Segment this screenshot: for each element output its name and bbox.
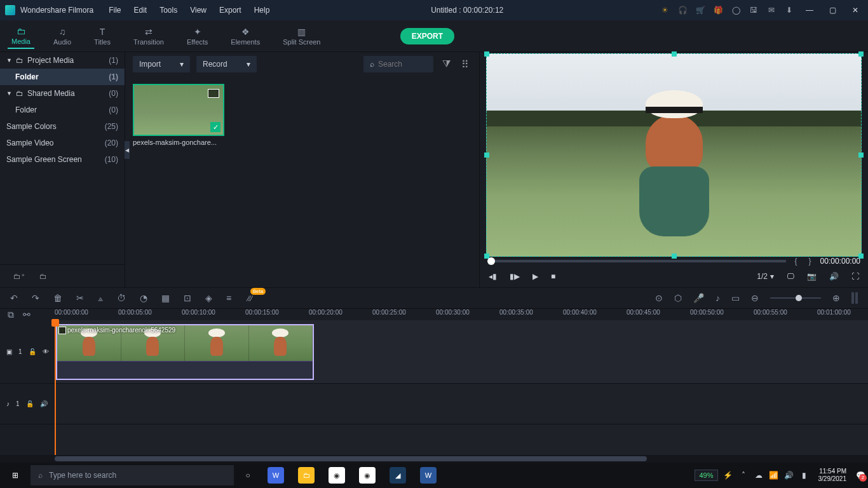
taskbar-app-chrome-2[interactable]: ◉ — [353, 465, 381, 485]
mark-out-icon[interactable]: } — [809, 257, 811, 266]
filter-icon[interactable]: ⧩ — [440, 58, 452, 71]
render-icon[interactable]: ⊙ — [655, 293, 663, 303]
scrub-track[interactable] — [487, 260, 786, 262]
cortana-icon[interactable]: ○ — [236, 465, 259, 485]
brightness-icon[interactable]: ☀ — [660, 5, 670, 15]
resize-handle[interactable] — [484, 51, 489, 57]
tab-split-screen[interactable]: ▥Split Screen — [279, 24, 324, 48]
link-icon[interactable]: ⚯ — [23, 309, 31, 320]
resize-handle[interactable] — [672, 51, 677, 57]
media-thumbnail[interactable]: ✓ pexels-maksim-gonchare... — [133, 84, 224, 146]
sidebar-sample-colors[interactable]: Sample Colors (25) — [0, 118, 125, 135]
mixer-icon[interactable]: ♪ — [715, 293, 720, 303]
power-icon[interactable]: ⚡ — [723, 470, 733, 480]
taskbar-app-filmora[interactable]: ◢ — [384, 465, 412, 485]
menu-edit[interactable]: Edit — [129, 3, 153, 17]
audio-track[interactable] — [55, 384, 868, 424]
fullscreen-icon[interactable]: ⛶ — [851, 272, 859, 281]
tab-transition[interactable]: ⇄Transition — [130, 24, 168, 48]
search-input[interactable] — [378, 60, 423, 69]
zoom-out-icon[interactable]: ⊖ — [751, 293, 759, 303]
cut-icon[interactable]: ✂ — [76, 293, 84, 303]
menu-help[interactable]: Help — [249, 3, 275, 17]
taskbar-clock[interactable]: 11:54 PM 3/29/2021 — [815, 468, 851, 483]
video-track[interactable]: pexels-maksim-goncharenok-5642529 — [55, 320, 868, 384]
taskbar-app-word[interactable]: W — [414, 465, 442, 485]
timeline-clip[interactable]: pexels-maksim-goncharenok-5642529 — [56, 324, 314, 380]
copy-icon[interactable]: ⧉ — [8, 309, 14, 320]
tracking-icon[interactable]: ⊡ — [184, 293, 191, 303]
tab-elements[interactable]: ❖Elements — [227, 24, 264, 48]
notification-icon[interactable]: 💬2 — [855, 470, 865, 480]
account-icon[interactable]: ◯ — [731, 5, 741, 15]
sidebar-shared-media[interactable]: ▼🗀Shared Media (0) — [0, 85, 125, 102]
speaker-icon[interactable]: 🔊 — [40, 400, 48, 407]
timeline-scrollbar[interactable] — [0, 455, 868, 463]
sidebar-collapse-handle[interactable]: ◀ — [125, 141, 130, 159]
menu-file[interactable]: File — [104, 3, 126, 17]
gift-icon[interactable]: 🎁 — [713, 5, 723, 15]
grid-view-icon[interactable]: ⠿ — [459, 58, 471, 71]
voiceover-icon[interactable]: 🎤 — [693, 293, 704, 303]
media-search[interactable]: ⌕ — [363, 56, 433, 72]
sound-icon[interactable]: 🔊 — [784, 470, 794, 480]
save-icon[interactable]: 🖫 — [749, 5, 759, 15]
lock-icon[interactable]: 🔓 — [26, 400, 34, 407]
adjust-icon[interactable]: ≡ — [226, 293, 231, 303]
view-ratio-dropdown[interactable]: 1/2 ▾ — [757, 272, 774, 281]
selection-border[interactable] — [486, 53, 862, 257]
sidebar-sample-video[interactable]: Sample Video (20) — [0, 135, 125, 151]
volume-icon[interactable]: 🔊 — [829, 272, 839, 281]
window-maximize-icon[interactable]: ▢ — [825, 3, 840, 18]
sidebar-project-media[interactable]: ▼🗀Project Media (1) — [0, 52, 125, 69]
start-button[interactable]: ⊞ — [3, 465, 28, 485]
snapshot-icon[interactable]: 📷 — [807, 272, 817, 281]
cart-icon[interactable]: 🛒 — [695, 5, 705, 15]
zoom-slider[interactable] — [770, 297, 821, 299]
menu-tools[interactable]: Tools — [154, 3, 182, 17]
sidebar-folder-active[interactable]: Folder (1) — [0, 69, 125, 85]
marker-icon[interactable]: ⬡ — [674, 293, 682, 303]
prev-frame-icon[interactable]: ◂▮ — [489, 272, 497, 281]
color-icon[interactable]: ◔ — [140, 293, 147, 303]
stop-icon[interactable]: ■ — [551, 272, 555, 281]
lock-icon[interactable]: 🔓 — [29, 348, 36, 355]
taskbar-search[interactable]: ⌕ Type here to search — [31, 465, 234, 485]
resize-handle[interactable] — [484, 152, 489, 158]
tab-media[interactable]: 🗀Media — [8, 24, 34, 49]
resize-handle[interactable] — [858, 254, 864, 259]
tab-effects[interactable]: ✦Effects — [183, 24, 212, 48]
scrollbar-thumb[interactable] — [55, 456, 647, 461]
resize-handle[interactable] — [672, 254, 677, 259]
window-close-icon[interactable]: ✕ — [848, 3, 863, 18]
undo-icon[interactable]: ↶ — [10, 293, 18, 303]
wifi-icon[interactable]: 📶 — [769, 470, 779, 480]
battery-indicator[interactable]: 49% — [695, 470, 717, 481]
eye-icon[interactable]: 👁 — [43, 348, 49, 355]
zoom-fit-icon[interactable] — [851, 292, 858, 304]
export-button[interactable]: EXPORT — [400, 28, 454, 44]
preview-canvas[interactable] — [486, 53, 862, 257]
tab-audio[interactable]: ♫Audio — [50, 24, 75, 48]
redo-icon[interactable]: ↷ — [32, 293, 39, 303]
cloud-icon[interactable]: ☁ — [754, 470, 764, 480]
playhead[interactable] — [55, 319, 56, 455]
ratio-icon[interactable]: ▭ — [731, 293, 740, 303]
resize-handle[interactable] — [858, 152, 864, 158]
crop-icon[interactable]: ⟁ — [98, 293, 103, 303]
tray-chevron-icon[interactable]: ˄ — [738, 470, 749, 480]
delete-icon[interactable]: 🗑 — [53, 293, 62, 303]
battery-icon[interactable]: ▮ — [799, 470, 810, 480]
record-dropdown[interactable]: Record▾ — [196, 56, 257, 72]
folder-icon[interactable]: 🗀 — [37, 270, 50, 283]
taskbar-app-chrome[interactable]: ◉ — [323, 465, 351, 485]
taskbar-app-explorer[interactable]: 🗀 — [292, 465, 320, 485]
speed-icon[interactable]: ⏱ — [117, 293, 126, 303]
new-folder-icon[interactable]: 🗀⁺ — [13, 270, 25, 283]
zoom-thumb[interactable] — [796, 295, 802, 301]
mark-in-icon[interactable]: { — [795, 257, 797, 266]
tab-titles[interactable]: TTitles — [90, 24, 114, 48]
audio-wave-icon[interactable]: ⫻Beta — [245, 293, 254, 303]
play-pause-icon[interactable]: ▮▶ — [510, 272, 520, 281]
sidebar-folder[interactable]: Folder (0) — [0, 102, 125, 118]
